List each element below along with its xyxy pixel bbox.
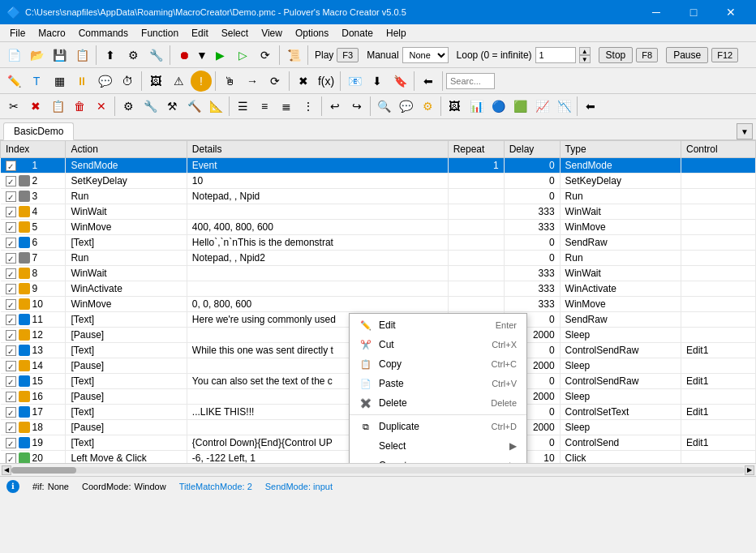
table-row[interactable]: 1 SendMode Event 1 0 SendMode [1,158,756,174]
tb2-btn3[interactable]: ▦ [49,71,70,92]
row-checkbox[interactable] [6,376,16,387]
tb3-btn17[interactable]: 🔍 [373,96,394,117]
tb2-btn17[interactable]: 🔖 [389,71,410,92]
menu-edit[interactable]: Edit [185,24,215,41]
loop-up[interactable]: ▲ [579,47,591,55]
row-checkbox[interactable] [6,392,16,402]
table-row[interactable]: 2 SetKeyDelay 10 0 SetKeyDelay [1,174,756,189]
table-row[interactable]: 4 WinWait 333 WinWait [1,204,756,220]
sendmode-link[interactable]: SendMode: input [265,482,333,491]
tb2-btn14[interactable]: f(x) [316,71,337,92]
menu-macro[interactable]: Macro [32,24,71,41]
tb3-btn19[interactable]: ⚙ [417,96,438,117]
row-checkbox[interactable] [6,222,16,233]
tb2-btn12[interactable]: ⟳ [264,71,286,92]
table-row[interactable]: 8 WinWait 333 WinWait [1,266,756,281]
row-checkbox[interactable] [6,453,16,464]
tb3-btn6[interactable]: ⚙ [118,96,139,117]
row-checkbox[interactable] [6,268,16,279]
ctx-menu-item[interactable]: ⧉DuplicateCtrl+D [350,417,526,436]
table-row[interactable]: 3 Run Notepad, , Npid 0 Run [1,189,756,204]
table-row[interactable]: 5 WinMove 400, 400, 800, 600 333 WinMove [1,220,756,235]
menu-select[interactable]: Select [215,24,255,41]
tb2-btn18[interactable]: ⬅ [418,71,439,92]
row-checkbox[interactable] [6,284,16,294]
menu-commands[interactable]: Commands [72,24,135,41]
tb2-btn9[interactable]: ! [191,71,212,92]
loop-down[interactable]: ▼ [579,55,591,63]
tb3-btn1[interactable]: ✂ [3,96,24,117]
tab-dropdown-arrow[interactable]: ▼ [737,123,753,139]
search-input[interactable] [446,73,495,89]
tb2-btn4[interactable]: ⏸ [71,71,92,92]
row-checkbox[interactable] [6,176,16,186]
tb3-btn3[interactable]: 📋 [47,96,68,117]
menu-help[interactable]: Help [380,24,413,41]
tb2-btn7[interactable]: 🖼 [145,71,166,92]
tb2-btn11[interactable]: → [242,71,263,92]
tb3-btn20[interactable]: 🖼 [444,96,465,117]
row-checkbox[interactable] [6,238,16,248]
tb3-btn7[interactable]: 🔧 [140,96,161,117]
ctx-menu-item[interactable]: Select▶ [350,436,526,456]
info-icon[interactable]: ℹ [6,480,19,493]
tb3-btn18[interactable]: 💬 [395,96,416,117]
pause-key-button[interactable]: F12 [711,48,738,62]
table-row[interactable]: 9 WinActivate 333 WinActivate [1,281,756,297]
tb3-btn22[interactable]: 🔵 [488,96,509,117]
tb2-btn15[interactable]: 📧 [344,71,365,92]
table-row[interactable]: 6 [Text] Hello`,`n`nThis is the demonstr… [1,235,756,251]
tb3-btn4[interactable]: 🗑 [69,96,90,117]
step-button[interactable]: ⟳ [255,45,276,66]
row-checkbox[interactable] [6,299,16,310]
menu-donate[interactable]: Donate [335,24,380,41]
tb3-btn2[interactable]: ✖ [25,96,46,117]
tb3-btn13[interactable]: ≣ [276,96,297,117]
ctx-menu-item[interactable]: Copy to...▶ [350,456,526,463]
ctx-menu-item[interactable]: 📄PasteCtrl+V [350,374,526,393]
ctx-menu-item[interactable]: ✖️DeleteDelete [350,393,526,413]
open-button[interactable]: 📂 [26,45,47,66]
script-button[interactable]: 📜 [283,45,304,66]
row-checkbox[interactable] [6,191,16,202]
tb2-btn8[interactable]: ⚠ [168,71,189,92]
tb2-btn6[interactable]: ⏱ [117,71,138,92]
row-checkbox[interactable] [6,161,16,171]
table-row[interactable]: 10 WinMove 0, 0, 800, 600 333 WinMove [1,297,756,312]
tb3-btn9[interactable]: 🔨 [183,96,204,117]
tb2-btn13[interactable]: ✖ [293,71,314,92]
hscroll-thumb[interactable] [11,467,76,474]
tb2-btn5[interactable]: 💬 [94,71,115,92]
tb3-btn16[interactable]: ↪ [346,96,367,117]
row-checkbox[interactable] [6,361,16,371]
tb3-btn14[interactable]: ⋮ [298,96,319,117]
row-checkbox[interactable] [6,330,16,341]
menu-view[interactable]: View [255,24,289,41]
new-button[interactable]: 📄 [3,45,24,66]
menu-options[interactable]: Options [289,24,335,41]
row-checkbox[interactable] [6,345,16,356]
menu-function[interactable]: Function [135,24,185,41]
menu-file[interactable]: File [3,24,32,41]
tb3-btn10[interactable]: 📐 [205,96,226,117]
tb3-btn11[interactable]: ☰ [232,96,253,117]
record-button[interactable]: ⏺ [174,45,195,66]
stop-button[interactable]: Stop [599,47,634,63]
manual-select[interactable]: None [402,47,449,63]
tb3-btn26[interactable]: ⬅ [580,96,601,117]
tb2-btn1[interactable]: ✏️ [3,71,24,92]
settings-button[interactable]: ⚙ [122,45,144,66]
pause-button[interactable]: Pause [666,47,708,63]
close-button[interactable]: ✕ [712,0,750,24]
tb3-btn25[interactable]: 📉 [553,96,574,117]
settings2-button[interactable]: 🔧 [145,45,166,66]
row-checkbox[interactable] [6,407,16,418]
tb3-btn15[interactable]: ↩ [324,96,346,117]
ctx-menu-item[interactable]: 📋CopyCtrl+C [350,354,526,374]
tb3-btn5[interactable]: ✕ [91,96,112,117]
titlematch-link[interactable]: TitleMatchMode: 2 [179,482,252,491]
tb3-btn8[interactable]: ⚒ [161,96,183,117]
play-key-button[interactable]: F3 [337,48,359,62]
save-button[interactable]: 💾 [49,45,70,66]
table-row[interactable]: 7 Run Notepad, , Npid2 0 Run [1,251,756,266]
